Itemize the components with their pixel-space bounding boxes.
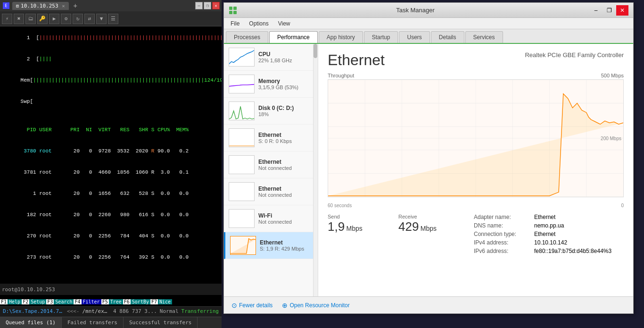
- tab-app-history[interactable]: App history: [319, 31, 363, 43]
- menu-options[interactable]: Options: [245, 19, 272, 28]
- tab-users[interactable]: Users: [399, 31, 429, 43]
- f5-key[interactable]: F5Tree: [101, 297, 123, 306]
- successful-transfers-tab[interactable]: Successful transfers: [124, 317, 198, 328]
- queued-files-tab[interactable]: Queued files (1): [0, 317, 62, 328]
- svg-rect-4: [229, 48, 254, 66]
- receive-label: Receive: [398, 214, 455, 219]
- sidebar-scrollbar-thumb[interactable]: [314, 44, 317, 58]
- adapter-name-key: Adapter name:: [474, 214, 530, 220]
- terminal-tab[interactable]: ⊞ 10.10.10.253 ✕: [12, 2, 69, 10]
- tab-services[interactable]: Services: [465, 31, 503, 43]
- svg-rect-5: [229, 75, 254, 93]
- terminal-window-controls: – ❐ ✕: [195, 2, 220, 9]
- disk-info: Disk 0 (C: D:) 18%: [258, 105, 313, 117]
- transfer-icon2[interactable]: ⇄: [84, 14, 95, 24]
- adapter-name-row: Adapter name: Ethernet: [474, 214, 611, 220]
- queued-files-label: Queued files (1): [6, 320, 56, 326]
- receive-value: 429: [398, 219, 419, 234]
- terminal-restore-btn[interactable]: ❐: [204, 2, 211, 9]
- tm-restore-btn[interactable]: ❐: [603, 5, 615, 16]
- terminal-tab-close[interactable]: ✕: [62, 3, 65, 8]
- f2-key[interactable]: F2Setup: [22, 297, 46, 306]
- terminal-content: 1 [|||||||||||||||||||||||||||||||||||||…: [0, 26, 222, 274]
- sync-icon[interactable]: ↻: [73, 14, 83, 24]
- terminal-icon[interactable]: ▶: [49, 14, 59, 24]
- terminal-statusbar: root@10.10.10.253: [0, 284, 222, 295]
- open-resource-monitor-btn[interactable]: ⊕ Open Resource Monitor: [282, 302, 349, 309]
- fewer-details-btn[interactable]: ⊙ Fewer details: [231, 302, 272, 309]
- function-key-bar: F1Help F2Setup F3Search F4Filter F5Tree …: [0, 297, 222, 306]
- eth1-mini-chart: [229, 128, 255, 147]
- svg-rect-7: [229, 129, 254, 147]
- terminal-minimize-btn[interactable]: –: [195, 2, 203, 9]
- f3-key[interactable]: F3Search: [46, 297, 74, 306]
- sidebar-item-wifi[interactable]: Wi-Fi Not connected: [224, 205, 318, 232]
- sidebar-item-eth2[interactable]: Ethernet Not connected: [224, 151, 318, 178]
- chart-bottom-labels: 60 seconds 0: [328, 203, 624, 208]
- menu-view[interactable]: View: [274, 19, 294, 28]
- sidebar-item-eth3[interactable]: Ethernet Not connected: [224, 178, 318, 205]
- tm-minimize-btn[interactable]: –: [590, 5, 602, 16]
- stats-details-row: Send 1,9 Mbps Receive 429 Mbps: [328, 214, 624, 254]
- f1-key[interactable]: F1Help: [0, 297, 22, 306]
- htop-line-2: 2 [|||| 8.4%] Load av: [2, 49, 220, 70]
- chart-svg: [328, 80, 623, 197]
- tab-startup[interactable]: Startup: [364, 31, 398, 43]
- tm-menubar: File Options View: [224, 18, 633, 29]
- more-icon[interactable]: ▼: [96, 14, 107, 24]
- tm-body: CPU 22% 1,68 GHz Memory 3,1/5,9 GB (53%): [224, 44, 633, 296]
- transfer-size: 4 886 737 3...: [113, 308, 157, 314]
- tm-close-btn[interactable]: ✕: [616, 5, 628, 16]
- bookmark-icon[interactable]: ☰: [108, 14, 118, 24]
- ipv4-row: IPv4 address: 10.10.10.142: [474, 239, 611, 246]
- resource-monitor-icon: ⊕: [282, 302, 288, 309]
- memory-label: Memory: [258, 78, 313, 84]
- connect-icon[interactable]: ⚡: [2, 14, 12, 24]
- keys-icon[interactable]: 🔑: [37, 14, 48, 24]
- disconnect-icon[interactable]: ✖: [14, 14, 24, 24]
- menu-file[interactable]: File: [227, 19, 243, 28]
- successful-transfers-label: Successful transfers: [129, 320, 191, 326]
- f7-key[interactable]: F7Nice: [150, 297, 172, 306]
- wifi-info: Wi-Fi Not connected: [258, 212, 313, 225]
- svg-rect-11: [229, 210, 254, 227]
- queued-bar: Queued files (1) Failed transfers Succes…: [0, 317, 222, 328]
- htop-row-7: 1348 root 20 0 4004 892 488 S 0.0 0.0: [2, 268, 220, 274]
- f6-key[interactable]: F6SortBy: [123, 297, 150, 306]
- eth3-mini-chart: [229, 182, 255, 201]
- htop-line-1: 1 [|||||||||||||||||||||||||||||||||||||…: [2, 27, 220, 49]
- throughput-max: 500 Mbps: [601, 73, 624, 78]
- htop-line-4: Swp[ 0/0MB]: [2, 91, 220, 112]
- ipv6-key: IPv6 address:: [474, 248, 530, 254]
- cpu-sublabel: 22% 1,68 GHz: [258, 58, 313, 63]
- sidebar-item-memory[interactable]: Memory 3,1/5,9 GB (53%): [224, 71, 318, 98]
- ipv4-key: IPv4 address:: [474, 239, 530, 246]
- tab-performance[interactable]: Performance: [269, 31, 318, 43]
- f4-key[interactable]: F4Filter: [74, 297, 101, 306]
- sidebar-item-cpu[interactable]: CPU 22% 1,68 GHz: [224, 44, 318, 71]
- transfer-row: D:\Sex.Tape.2014.720p.Blu... <<<- /mnt/e…: [0, 307, 222, 316]
- sidebar-scrollbar-track[interactable]: [313, 44, 318, 296]
- throughput-labels: Throughput 500 Mbps: [328, 73, 624, 78]
- tm-sidebar: CPU 22% 1,68 GHz Memory 3,1/5,9 GB (53%): [224, 44, 318, 296]
- terminal-close-btn[interactable]: ✕: [212, 2, 220, 9]
- eth2-mini-chart: [229, 155, 255, 174]
- send-unit: Mbps: [347, 225, 363, 232]
- sidebar-item-disk[interactable]: Disk 0 (C: D:) 18%: [224, 98, 318, 125]
- terminal-toolbar: ⚡ ✖ 🗂 🔑 ▶ ⚙ ↻ ⇄ ▼ ☰: [0, 11, 222, 26]
- sidebar-item-eth1[interactable]: Ethernet S: 0 R: 0 Kbps: [224, 125, 318, 151]
- transfer-status: Normal: [160, 308, 179, 314]
- sftp-icon[interactable]: 🗂: [25, 14, 36, 24]
- dns-name-key: DNS name:: [474, 222, 530, 229]
- receive-value-row: 429 Mbps: [398, 219, 455, 234]
- tab-processes[interactable]: Processes: [226, 31, 268, 43]
- failed-transfers-tab[interactable]: Failed transfers: [62, 317, 124, 328]
- tab-details[interactable]: Details: [431, 31, 464, 43]
- settings-icon[interactable]: ⚙: [61, 14, 71, 24]
- svg-rect-2: [229, 11, 232, 14]
- connection-type-key: Connection type:: [474, 231, 530, 237]
- terminal-new-tab[interactable]: +: [72, 2, 79, 9]
- htop-line-3: Mem[||||||||||||||||||||||||||||||||||||…: [2, 70, 220, 91]
- throughput-text: Throughput: [328, 73, 354, 78]
- sidebar-item-eth4[interactable]: Ethernet S: 1,9 R: 429 Mbps: [224, 232, 318, 259]
